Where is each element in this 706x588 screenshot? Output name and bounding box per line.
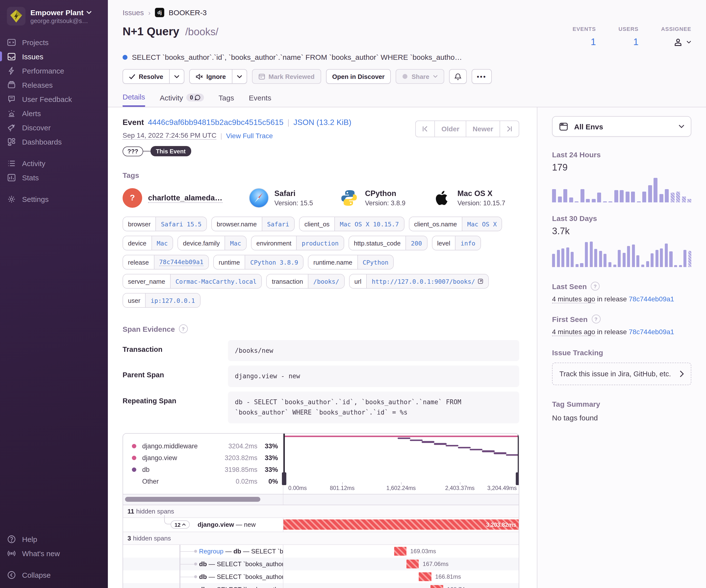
breadcrumb-issues-link[interactable]: Issues (123, 8, 144, 17)
help-icon[interactable]: ? (179, 324, 188, 333)
sidebar-item-releases[interactable]: Releases (7, 78, 108, 92)
trace-unknown-pill[interactable]: ??? (123, 146, 143, 156)
tag-value-link[interactable]: 78c744eb09a1 (154, 255, 208, 269)
sidebar-item-alerts[interactable]: Alerts (7, 106, 108, 121)
sidebar-item-help[interactable]: Help (7, 532, 108, 546)
tag-value-link[interactable]: Mac OS X 10.15.7 (335, 217, 404, 231)
axis-tick (342, 482, 343, 485)
event-id-link[interactable]: 4446c9af6bb94815b2ac9bc4515c5615 (148, 118, 283, 127)
span-row-label: db — SELECT `books_author` (199, 573, 283, 580)
track-issue-button[interactable]: Track this issue in Jira, GitHub, etc. (552, 363, 691, 385)
se-label: Repeating Span (123, 391, 228, 423)
waterfall-minimap[interactable]: 0.00ms801.12ms1,602.24ms2,403.37ms3,204.… (283, 434, 519, 494)
tab-details[interactable]: Details (123, 93, 145, 107)
older-event-button[interactable]: Older (435, 121, 466, 137)
sidebar-item-settings[interactable]: Settings (7, 192, 108, 206)
newest-event-button[interactable] (500, 121, 519, 137)
subscribe-bell-button[interactable] (449, 69, 467, 84)
sidebar-item-dashboards[interactable]: Dashboards (7, 135, 108, 149)
tab-tags[interactable]: Tags (219, 93, 234, 107)
tag-pill-user: userip:127.0.0.1 (123, 293, 200, 308)
sidebar-item-stats[interactable]: Stats (7, 171, 108, 185)
time-axis: 0.00ms801.12ms1,602.24ms2,403.37ms3,204.… (283, 482, 519, 494)
sidebar-item-activity[interactable]: Activity (7, 156, 108, 171)
help-icon[interactable]: ? (591, 314, 600, 323)
chart-bar (637, 255, 639, 267)
resolve-button[interactable]: Resolve (123, 69, 170, 84)
org-switcher[interactable]: Empower Plant george.gritsouk@s… (0, 0, 108, 28)
sidebar-item-performance[interactable]: Performance (7, 64, 108, 78)
span-duration-bar[interactable] (394, 547, 406, 556)
chart-bar (660, 248, 663, 267)
oldest-event-button[interactable] (416, 121, 435, 137)
tag-value-link[interactable]: Mac (151, 236, 172, 250)
sidebar-item-user-feedback[interactable]: User Feedback (7, 92, 108, 106)
ignore-button[interactable]: Ignore (189, 69, 232, 84)
more-actions-button[interactable]: ••• (471, 69, 492, 84)
tag-value-link[interactable]: 200 (405, 236, 427, 250)
span-row-description[interactable]: Regroup — db — SELECT `boo (123, 545, 283, 558)
view-full-trace-link[interactable]: View Full Trace (226, 132, 273, 139)
minimap-span-dash (458, 447, 470, 449)
hidden-spans-row[interactable]: 3hidden spans (123, 532, 519, 545)
span-bar-django-view[interactable]: 3,203.82ms (283, 520, 519, 530)
minimap-right-handle[interactable] (517, 434, 519, 483)
tab-events[interactable]: Events (249, 93, 271, 107)
span-evidence-rows: Transaction /books/new Parent Span djang… (123, 340, 519, 423)
span-duration-bar[interactable] (419, 572, 431, 581)
span-duration-label: 167.06ms (423, 560, 448, 568)
horizontal-scrollbar[interactable] (125, 497, 260, 502)
span-duration-label: 168.74ms (447, 586, 473, 588)
sidebar-item-projects[interactable]: Projects (7, 35, 108, 49)
mark-reviewed-button[interactable]: Mark Reviewed (252, 69, 321, 84)
waterfall-legend: django.middleware3204.2ms33%django.view3… (123, 434, 283, 494)
span-row: Regroup — db — SELECT `boo169.03ms (123, 545, 519, 558)
newer-event-button[interactable]: Newer (466, 121, 500, 137)
tag-value-link[interactable]: Cormac-MacCarthy.local (170, 275, 262, 288)
assignee-dropdown[interactable] (673, 37, 691, 47)
open-in-discover-button[interactable]: Open in Discover (326, 69, 391, 84)
tag-value-link[interactable]: Safari 15.5 (156, 217, 207, 231)
project-badge-icon: dj (155, 8, 164, 17)
axis-tick-label: 3,204.49ms (487, 485, 517, 491)
org-text: Empower Plant george.gritsouk@s… (30, 8, 92, 24)
users-count-link[interactable]: 1 (633, 37, 638, 47)
chart-bar (558, 196, 562, 202)
span-row-description[interactable]: db — SELECT `books_author` (123, 583, 283, 588)
hidden-spans-row[interactable]: 11hidden spans (123, 505, 519, 518)
tag-value-link[interactable]: CPython 3.8.9 (245, 255, 303, 269)
share-button[interactable]: Share (396, 69, 444, 84)
tag-value-link[interactable]: Mac (225, 236, 246, 250)
tag-value-link[interactable]: ip:127.0.0.1 (145, 294, 200, 307)
span-duration-bar[interactable] (406, 559, 419, 569)
tag-value-link[interactable]: Safari (262, 217, 294, 231)
environment-filter[interactable]: All Envs (552, 116, 691, 137)
collapse-group-button[interactable]: 12 (171, 520, 190, 529)
regroup-link[interactable]: Regroup (199, 548, 224, 555)
sidebar-item-collapse[interactable]: Collapse (7, 568, 108, 582)
featured-tag-text: Mac OS XVersion: 10.15.7 (458, 189, 505, 207)
event-json-link[interactable]: JSON (13.2 KiB) (293, 118, 352, 127)
sidebar-item-what-s-new[interactable]: What's new (7, 546, 108, 560)
this-event-pill[interactable]: This Event (151, 146, 191, 156)
tag-value-link[interactable]: /books/ (308, 275, 344, 288)
sidebar-item-discover[interactable]: Discover (7, 121, 108, 135)
tag-value-link[interactable]: production (297, 236, 344, 250)
help-icon[interactable]: ? (591, 282, 600, 291)
tag-value-link[interactable]: info (455, 236, 480, 250)
sidebar-item-issues[interactable]: Issues (7, 49, 108, 64)
ignore-dropdown-button[interactable] (232, 69, 247, 84)
tag-value-link[interactable]: http://127.0.0.1:9007/books/ (366, 275, 488, 288)
span-row-description[interactable]: db — SELECT `books_author` (123, 558, 283, 571)
sidebar-item-label: Discover (22, 124, 51, 132)
events-count-link[interactable]: 1 (591, 37, 596, 47)
span-duration-bar[interactable] (431, 585, 443, 588)
minimap-left-handle[interactable] (283, 434, 285, 483)
tab-activity[interactable]: Activity 0 (160, 93, 204, 107)
resolve-dropdown-button[interactable] (170, 69, 184, 84)
release-link[interactable]: 78c744eb09a1 (629, 328, 674, 336)
release-link[interactable]: 78c744eb09a1 (629, 295, 674, 303)
tag-value-link[interactable]: Mac OS X (462, 217, 502, 231)
tag-value-link[interactable]: CPython (357, 255, 393, 269)
span-row-description[interactable]: db — SELECT `books_author` (123, 571, 283, 583)
